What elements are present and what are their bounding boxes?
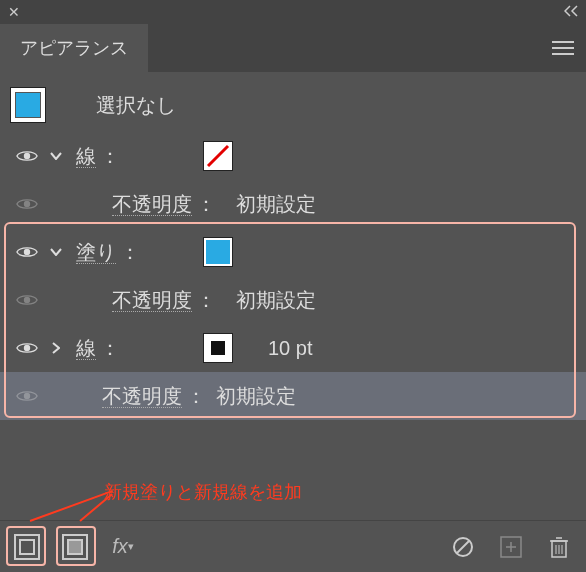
tab-appearance[interactable]: アピアランス (0, 24, 148, 72)
tab-label: アピアランス (20, 36, 128, 60)
annotation-line (30, 490, 113, 522)
visibility-toggle[interactable] (10, 244, 44, 260)
visibility-toggle[interactable] (10, 388, 44, 404)
annotation-text: 新規塗りと新規線を追加 (104, 480, 302, 504)
panel-footer: fx▾ (0, 520, 586, 572)
disclosure-right-icon[interactable] (44, 342, 68, 354)
panel-content: 選択なし 線： (0, 72, 586, 520)
disclosure-down-icon[interactable] (44, 248, 68, 256)
svg-point-6 (24, 249, 30, 255)
add-new-fill-button[interactable] (58, 530, 92, 564)
svg-rect-11 (20, 540, 34, 554)
add-new-stroke-button[interactable] (10, 530, 44, 564)
row-fill-opacity[interactable]: 不透明度： 初期設定 (0, 276, 586, 324)
panel-menu-button[interactable] (552, 40, 574, 56)
row-stroke-1-opacity[interactable]: 不透明度： 初期設定 (0, 180, 586, 228)
svg-rect-13 (68, 540, 82, 554)
opacity-value: 初期設定 (216, 287, 316, 314)
stroke-swatch-none[interactable] (204, 142, 232, 170)
svg-point-9 (24, 393, 30, 399)
row-stroke-1[interactable]: 線： (0, 132, 586, 180)
row-label: 線： (68, 335, 188, 362)
add-effect-button[interactable]: fx▾ (106, 530, 140, 564)
stroke-weight-value[interactable]: 10 pt (248, 337, 312, 360)
row-label: 不透明度： (68, 287, 216, 314)
disclosure-down-icon[interactable] (44, 152, 68, 160)
delete-item-button[interactable] (542, 530, 576, 564)
opacity-value: 初期設定 (216, 191, 316, 218)
row-label: 不透明度： (68, 383, 206, 410)
visibility-toggle[interactable] (10, 340, 44, 356)
svg-line-4 (208, 146, 228, 166)
selection-thumbnail[interactable] (10, 87, 46, 123)
appearance-rows: 線： 不透明度： 初期設定 (0, 132, 586, 420)
svg-rect-10 (15, 535, 39, 559)
opacity-value: 初期設定 (206, 383, 296, 410)
visibility-toggle[interactable] (10, 196, 44, 212)
visibility-toggle[interactable] (10, 292, 44, 308)
selection-label: 選択なし (96, 92, 176, 119)
tab-bar: アピアランス (0, 24, 586, 72)
row-label: 塗り： (68, 239, 188, 266)
visibility-toggle[interactable] (10, 148, 44, 164)
svg-point-8 (24, 345, 30, 351)
stroke-swatch[interactable] (204, 334, 232, 362)
appearance-panel: ✕ アピアランス 選択なし (0, 0, 586, 572)
svg-line-15 (457, 541, 469, 553)
row-label: 線： (68, 143, 188, 170)
row-label: 不透明度： (68, 191, 216, 218)
svg-point-5 (24, 201, 30, 207)
svg-point-7 (24, 297, 30, 303)
panel-top-bar: ✕ (0, 0, 586, 24)
selection-row: 選択なし (0, 78, 586, 132)
close-icon[interactable]: ✕ (8, 4, 20, 20)
svg-point-3 (24, 153, 30, 159)
fill-swatch[interactable] (204, 238, 232, 266)
row-stroke-2[interactable]: 線： 10 pt (0, 324, 586, 372)
collapse-icon[interactable] (564, 5, 578, 20)
row-main-opacity[interactable]: 不透明度： 初期設定 (0, 372, 586, 420)
duplicate-item-button[interactable] (494, 530, 528, 564)
clear-appearance-button[interactable] (446, 530, 480, 564)
row-fill[interactable]: 塗り： (0, 228, 586, 276)
